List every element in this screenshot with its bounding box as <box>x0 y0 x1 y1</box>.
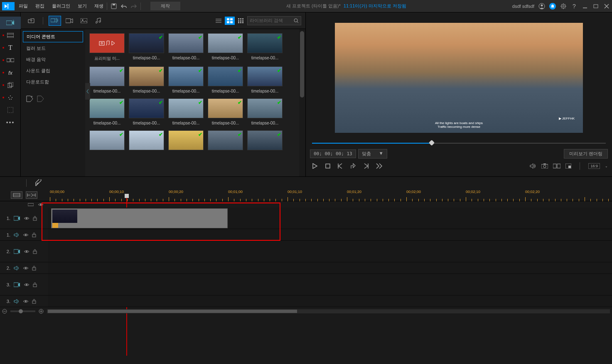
track-content[interactable] <box>48 262 612 274</box>
timecode-display[interactable]: 00; 00; 00; 13 <box>310 149 356 158</box>
tool-more[interactable]: ••• <box>0 116 21 129</box>
timeline-ruler[interactable]: 00;00;0000;00;1000;00;2000;01;0000;01;10… <box>48 189 612 201</box>
eye-icon[interactable] <box>38 203 44 207</box>
eye-icon[interactable] <box>24 216 29 220</box>
filter-all-button[interactable] <box>49 16 61 26</box>
eye-icon[interactable] <box>23 233 29 237</box>
snapshot-icon[interactable] <box>541 164 548 169</box>
media-clip-tile[interactable]: ✔ <box>247 130 283 150</box>
grid-view-button[interactable] <box>225 17 235 25</box>
aspect-ratio-button[interactable]: 16:9 <box>588 163 600 169</box>
media-clip-tile[interactable]: ✔timelapse-00... <box>89 98 125 125</box>
media-clip-tile[interactable]: ✔ <box>168 130 204 150</box>
track-content[interactable] <box>48 241 612 262</box>
media-clip-tile[interactable]: ✔timelapse-00... <box>247 33 283 61</box>
settings-icon[interactable] <box>560 3 567 10</box>
tool-particle[interactable] <box>0 91 21 104</box>
menu-edit[interactable]: 편집 <box>35 3 44 9</box>
eye-icon[interactable] <box>24 283 29 287</box>
scrollbar-thumb[interactable] <box>300 31 304 98</box>
media-clip-tile[interactable]: ✔timelapse-00... <box>208 33 243 61</box>
volume-icon[interactable] <box>530 163 536 169</box>
app-logo[interactable] <box>2 2 15 10</box>
add-tag-icon[interactable]: + <box>26 95 34 102</box>
track-content[interactable] <box>48 208 612 229</box>
video-clip[interactable] <box>51 208 228 228</box>
playhead[interactable] <box>125 194 129 198</box>
lock-icon[interactable] <box>33 216 37 221</box>
undo-icon[interactable] <box>120 3 127 10</box>
media-clip-tile[interactable]: ✔timelapse-00... <box>208 66 243 93</box>
menu-view[interactable]: 보기 <box>78 3 87 9</box>
category-color-board[interactable]: 컬러 보드 <box>23 43 83 54</box>
minimize-icon[interactable] <box>582 3 588 10</box>
tool-media[interactable] <box>0 17 21 29</box>
step-button[interactable] <box>350 163 356 169</box>
media-clip-tile[interactable]: ✔ <box>208 130 243 150</box>
tool-overlay[interactable] <box>0 79 21 91</box>
lock-icon[interactable] <box>33 282 37 287</box>
menu-plugin[interactable]: 플러그인 <box>52 3 70 9</box>
media-clip-tile[interactable]: ✔timelapse-00... <box>168 98 204 125</box>
zoom-in-button[interactable] <box>39 309 44 314</box>
notification-icon[interactable] <box>549 3 556 10</box>
hscroll-thumb[interactable] <box>48 310 297 313</box>
category-downloads[interactable]: 다운로드함 <box>23 77 83 87</box>
import-media-button[interactable] <box>25 16 37 26</box>
media-clip-tile[interactable]: ✔ <box>129 130 164 150</box>
category-sound-clip[interactable]: 사운드 클립 <box>23 66 83 76</box>
zoom-slider[interactable] <box>10 310 35 312</box>
media-clip-tile[interactable]: ✔timelapse-00... <box>208 98 243 125</box>
list-view-button[interactable] <box>214 17 224 25</box>
produce-button[interactable]: 제작 <box>150 2 180 10</box>
lock-icon[interactable] <box>32 299 36 304</box>
track-content[interactable] <box>48 296 612 307</box>
maximize-icon[interactable] <box>592 3 599 10</box>
category-bg-music[interactable]: 배경 음악 <box>23 54 83 65</box>
premium-media-tile[interactable]: 프리미엄 미... <box>89 33 125 61</box>
eye-icon[interactable] <box>23 266 29 270</box>
media-clip-tile[interactable]: ✔timelapse-00... <box>129 98 164 125</box>
redo-icon[interactable] <box>130 3 137 10</box>
media-clip-tile[interactable]: ✔timelapse-00... <box>129 33 164 61</box>
media-clip-tile[interactable]: ✔timelapse-00... <box>247 98 283 125</box>
zoom-handle[interactable] <box>19 309 23 313</box>
menu-play[interactable]: 재생 <box>94 3 103 9</box>
filter-audio-button[interactable] <box>92 16 105 26</box>
tool-fx[interactable]: fx <box>0 66 21 79</box>
library-scrollbar[interactable] <box>299 29 305 176</box>
remove-tag-icon[interactable] <box>37 95 44 102</box>
save-icon[interactable] <box>111 3 117 10</box>
menu-file[interactable]: 파일 <box>19 3 28 9</box>
close-icon[interactable] <box>603 3 610 10</box>
media-clip-tile[interactable]: ✔timelapse-00... <box>247 66 283 93</box>
movie-mode-button[interactable] <box>26 191 37 199</box>
media-clip-tile[interactable]: ✔ <box>89 130 125 150</box>
next-frame-button[interactable] <box>364 163 369 169</box>
detail-view-button[interactable] <box>236 17 246 25</box>
tool-transition[interactable] <box>0 54 21 66</box>
filter-image-button[interactable] <box>78 16 90 26</box>
media-clip-tile[interactable]: ✔timelapse-00... <box>89 66 125 93</box>
category-media-content[interactable]: 미디어 콘텐트 <box>23 31 83 42</box>
clip-mode-button[interactable] <box>11 191 22 199</box>
filter-video-button[interactable] <box>63 16 76 26</box>
media-clip-tile[interactable]: ✔timelapse-00... <box>129 66 164 93</box>
tool-template[interactable] <box>0 104 21 116</box>
selection-area[interactable] <box>48 201 612 208</box>
tool-effects-room[interactable] <box>0 29 21 42</box>
media-clip-tile[interactable]: ✔timelapse-00... <box>168 66 204 93</box>
fit-dropdown[interactable]: 맞춤▼ <box>358 149 387 159</box>
fast-forward-button[interactable] <box>376 163 383 169</box>
track-content[interactable] <box>48 274 612 295</box>
tool-title[interactable]: T <box>0 42 21 54</box>
lock-icon[interactable] <box>32 232 36 237</box>
preview-render-button[interactable]: 미리보기 렌더링 <box>564 149 608 159</box>
zoom-out-button[interactable] <box>2 309 7 314</box>
lock-icon[interactable] <box>33 249 37 254</box>
popup-preview-icon[interactable] <box>565 164 571 169</box>
preview-position-slider[interactable] <box>310 139 608 147</box>
preview-viewport[interactable]: ▶ JEFFHK All the lights are boats and sh… <box>335 23 583 133</box>
selection-icon[interactable] <box>28 203 34 207</box>
lock-icon[interactable] <box>32 266 36 271</box>
